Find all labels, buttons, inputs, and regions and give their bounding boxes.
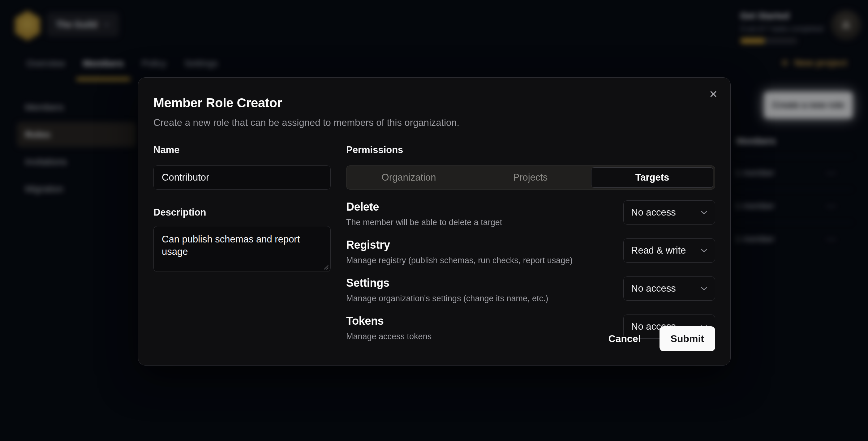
dialog-footer: Cancel Submit — [598, 326, 715, 351]
registry-access-select[interactable]: Read & write — [623, 239, 715, 262]
permissions-column: Permissions Organization Projects Target… — [346, 145, 715, 341]
perm-title: Settings — [346, 277, 549, 289]
perm-description: Manage organization's settings (change i… — [346, 294, 549, 304]
submit-button[interactable]: Submit — [659, 326, 715, 351]
perm-tab-projects[interactable]: Projects — [470, 167, 591, 188]
perm-tab-organization[interactable]: Organization — [348, 167, 470, 188]
cancel-button[interactable]: Cancel — [598, 326, 651, 351]
name-label: Name — [153, 145, 331, 156]
perm-title: Delete — [346, 200, 502, 213]
resize-handle-icon[interactable] — [323, 264, 329, 270]
permission-row-registry: Registry Manage registry (publish schema… — [346, 239, 715, 265]
close-icon[interactable]: × — [704, 85, 722, 103]
perm-description: Manage access tokens — [346, 332, 432, 341]
member-role-creator-dialog: × Member Role Creator Create a new role … — [138, 77, 731, 366]
permission-row-delete: Delete The member will be able to delete… — [346, 200, 715, 227]
perm-title: Tokens — [346, 315, 432, 327]
permissions-tabbar: Organization Projects Targets — [346, 165, 715, 190]
permissions-label: Permissions — [346, 145, 715, 156]
chevron-down-icon — [701, 210, 708, 215]
perm-description: Manage registry (publish schemas, run ch… — [346, 256, 572, 265]
chevron-down-icon — [701, 286, 708, 291]
dialog-title: Member Role Creator — [153, 96, 715, 111]
permission-row-settings: Settings Manage organization's settings … — [346, 277, 715, 304]
delete-access-select[interactable]: No access — [623, 200, 715, 224]
perm-tab-targets[interactable]: Targets — [591, 167, 713, 188]
perm-description: The member will be able to delete a targ… — [346, 218, 502, 227]
description-label: Description — [153, 207, 331, 218]
settings-access-select[interactable]: No access — [623, 277, 715, 301]
app-root: The Guild Get Started 3 out of 7 tasks c… — [0, 0, 868, 441]
name-input[interactable]: Contributor — [153, 165, 331, 190]
description-textarea[interactable]: Can publish schemas and report usage — [153, 226, 331, 272]
left-column: Name Contributor Description Can publish… — [153, 145, 331, 341]
perm-title: Registry — [346, 239, 572, 251]
chevron-down-icon — [701, 248, 708, 253]
dialog-subtitle: Create a new role that can be assigned t… — [153, 117, 715, 128]
